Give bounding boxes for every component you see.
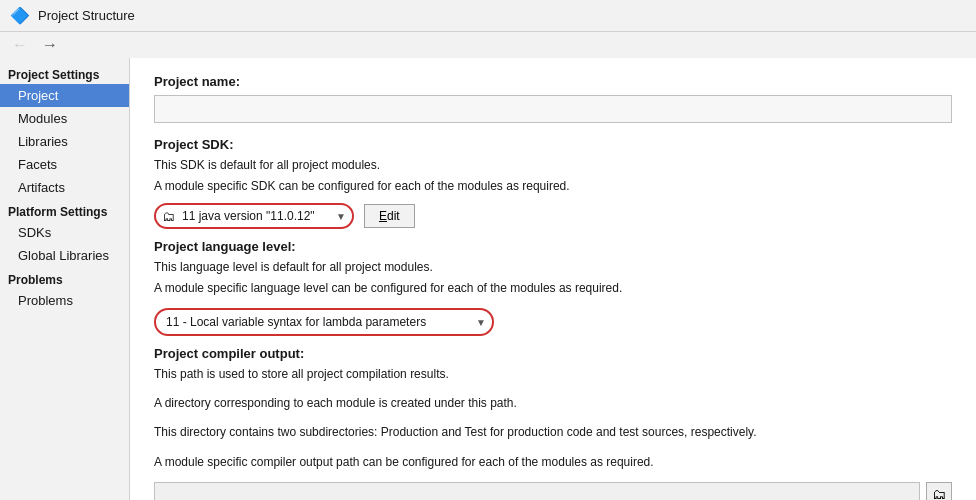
language-level-select[interactable]: 11 - Local variable syntax for lambda pa… (154, 308, 494, 336)
sidebar-item-libraries[interactable]: Libraries (0, 130, 129, 153)
sidebar-item-facets[interactable]: Facets (0, 153, 129, 176)
project-sdk-desc1: This SDK is default for all project modu… (154, 156, 952, 174)
sidebar-item-problems[interactable]: Problems (0, 289, 129, 312)
sidebar-item-project[interactable]: Project (0, 84, 129, 107)
sdk-select-wrapper: 🗂 11 java version "11.0.12" ▼ (154, 203, 354, 229)
sidebar-item-artifacts[interactable]: Artifacts (0, 176, 129, 199)
back-button[interactable]: ← (8, 35, 32, 55)
project-name-input[interactable] (154, 95, 952, 123)
title-bar: 🔷 Project Structure (0, 0, 976, 32)
sdk-row: 🗂 11 java version "11.0.12" ▼ Edit (154, 203, 952, 229)
project-settings-section-label: Project Settings (0, 62, 129, 84)
project-language-level-label: Project language level: (154, 239, 952, 254)
sidebar: Project Settings Project Modules Librari… (0, 58, 130, 500)
problems-section-label: Problems (0, 267, 129, 289)
project-compiler-output-label: Project compiler output: (154, 346, 952, 361)
output-path-row: 🗂 (154, 482, 952, 500)
browse-folder-button[interactable]: 🗂 (926, 482, 952, 500)
edit-sdk-button[interactable]: Edit (364, 204, 415, 228)
project-sdk-label: Project SDK: (154, 137, 952, 152)
main-layout: Project Settings Project Modules Librari… (0, 58, 976, 500)
language-level-desc2: A module specific language level can be … (154, 279, 952, 297)
sidebar-item-sdks[interactable]: SDKs (0, 221, 129, 244)
window-title: Project Structure (38, 8, 135, 23)
content-area: Project name: Project SDK: This SDK is d… (130, 58, 976, 500)
compiler-desc2: A directory corresponding to each module… (154, 394, 952, 413)
compiler-desc1: This path is used to store all project c… (154, 365, 952, 384)
language-level-desc1: This language level is default for all p… (154, 258, 952, 276)
platform-settings-section-label: Platform Settings (0, 199, 129, 221)
project-sdk-desc2: A module specific SDK can be configured … (154, 177, 952, 195)
sidebar-item-global-libraries[interactable]: Global Libraries (0, 244, 129, 267)
edit-underline-char: E (379, 209, 387, 223)
sidebar-item-modules[interactable]: Modules (0, 107, 129, 130)
edit-btn-rest: dit (387, 209, 400, 223)
project-name-label: Project name: (154, 74, 952, 89)
compiler-desc3: This directory contains two subdirectori… (154, 423, 952, 442)
compiler-output-path-input[interactable] (154, 482, 920, 500)
forward-button[interactable]: → (38, 35, 62, 55)
nav-bar: ← → (0, 32, 976, 58)
folder-icon: 🗂 (932, 486, 946, 500)
lang-select-wrapper: 11 - Local variable syntax for lambda pa… (154, 308, 494, 336)
compiler-desc4: A module specific compiler output path c… (154, 453, 952, 472)
sdk-select[interactable]: 11 java version "11.0.12" (154, 203, 354, 229)
app-icon: 🔷 (10, 6, 30, 25)
